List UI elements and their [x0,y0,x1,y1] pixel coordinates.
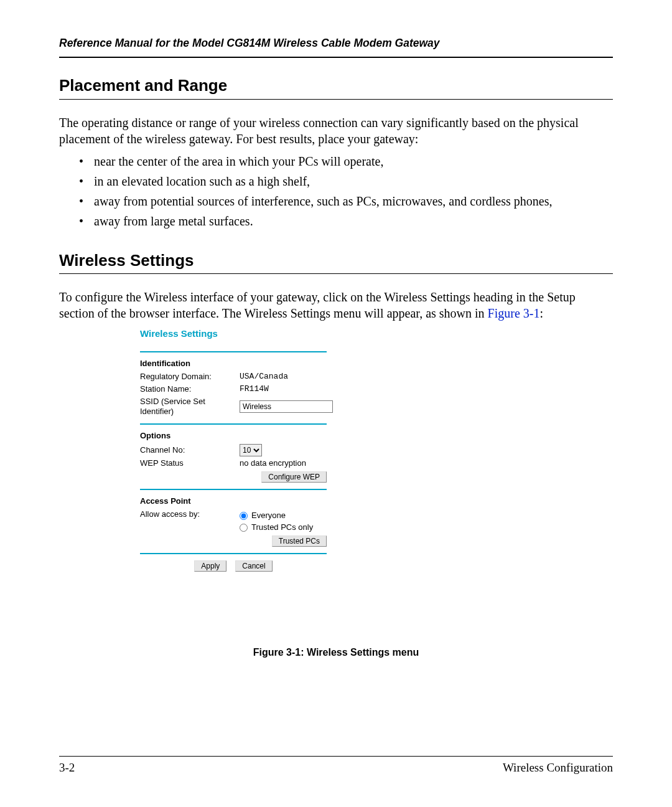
figure-divider [140,489,327,490]
heading-placement-range: Placement and Range [59,75,613,97]
access-point-heading: Access Point [140,496,414,507]
channel-label: Channel No: [140,445,240,456]
list-item: near the center of the area in which you… [83,153,613,169]
cancel-button[interactable]: Cancel [235,560,272,572]
allow-access-label: Allow access by: [140,509,240,520]
identification-heading: Identification [140,359,414,369]
text: : [539,306,543,320]
station-name-label: Station Name: [140,384,240,395]
list-item: away from large metal surfaces. [83,213,613,229]
list-item: in an elevated location such as a high s… [83,173,613,189]
figure-title: Wireless Settings [140,328,414,340]
figure-wireless-settings: Wireless Settings Identification Regulat… [140,328,414,571]
figure-crossref-link[interactable]: Figure 3-1 [488,306,540,320]
page-footer: 3-2 Wireless Configuration [59,756,613,776]
wep-status-label: WEP Status [140,458,240,469]
list-item: away from potential sources of interfere… [83,193,613,209]
regulatory-domain-label: Regulatory Domain: [140,372,240,382]
rule [59,273,613,274]
ssid-label: SSID (Service Set Identifier) [140,397,240,418]
heading-wireless-settings: Wireless Settings [59,250,613,271]
figure-divider [140,423,327,425]
footer-rule [59,756,613,757]
options-heading: Options [140,431,414,441]
allow-everyone-radio[interactable] [240,512,248,520]
footer-section-title: Wireless Configuration [503,760,613,776]
placement-bullet-list: near the center of the area in which you… [59,153,613,229]
allow-trusted-label: Trusted PCs only [251,522,313,533]
station-name-value: FR114W [240,384,414,395]
allow-trusted-radio[interactable] [240,524,248,532]
figure-divider [140,553,327,554]
ssid-input[interactable] [240,400,333,413]
apply-button[interactable]: Apply [194,560,226,572]
running-header: Reference Manual for the Model CG814M Wi… [59,36,613,58]
channel-select[interactable]: 10 [240,444,262,456]
rule [59,99,613,100]
trusted-pcs-button[interactable]: Trusted PCs [272,536,327,547]
wep-status-value: no data encryption [240,458,414,469]
regulatory-domain-value: USA/Canada [240,372,414,382]
paragraph-intro: The operating distance or range of your … [59,115,613,147]
figure-divider [140,351,327,352]
paragraph-wireless-intro: To configure the Wireless interface of y… [59,289,613,321]
figure-caption: Figure 3-1: Wireless Settings menu [59,646,613,659]
configure-wep-button[interactable]: Configure WEP [261,471,327,483]
allow-everyone-label: Everyone [251,511,286,521]
page-number: 3-2 [59,760,75,776]
